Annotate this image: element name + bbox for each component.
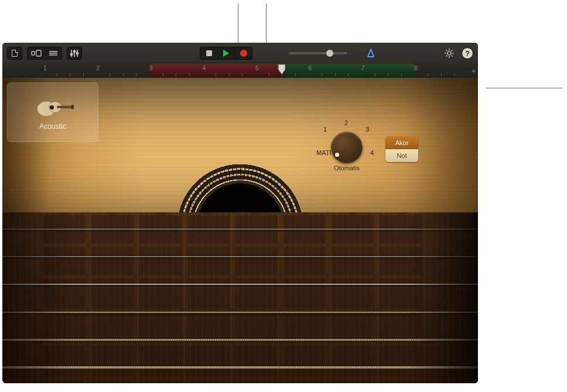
svg-point-13 xyxy=(240,50,247,57)
record-icon xyxy=(240,49,248,57)
chord-cell[interactable] xyxy=(43,380,86,383)
browser-button[interactable] xyxy=(27,47,45,60)
ruler-bar-4: 4 xyxy=(203,65,206,71)
svg-marker-12 xyxy=(223,50,229,57)
mixer-button[interactable] xyxy=(67,47,82,60)
chord-cell[interactable] xyxy=(284,380,326,383)
chord-cell[interactable] xyxy=(139,278,182,308)
chord-cell[interactable] xyxy=(187,380,230,383)
autoplay-pos-3: 3 xyxy=(366,126,369,133)
sliders-icon xyxy=(70,49,79,57)
chord-cell[interactable] xyxy=(235,215,278,243)
chord-cell[interactable] xyxy=(332,311,374,342)
ruler-bar-1: 1 xyxy=(43,65,47,71)
chord-cell[interactable] xyxy=(91,345,134,377)
chord-cell[interactable] xyxy=(235,311,278,342)
chord-strip-area: EmAmDmGCM7/EFB♭Bdim xyxy=(2,212,478,383)
ruler-bar-8: 8 xyxy=(415,65,418,71)
chord-cell[interactable] xyxy=(43,311,86,342)
chord-cell[interactable] xyxy=(284,215,326,243)
callout-record-line xyxy=(266,4,267,43)
autoplay-knob[interactable] xyxy=(331,132,363,163)
chord-cell[interactable] xyxy=(139,345,182,377)
chord-cell[interactable] xyxy=(139,380,182,383)
settings-button[interactable] xyxy=(442,47,457,60)
chord-cell[interactable] xyxy=(43,247,86,275)
stop-button[interactable] xyxy=(200,47,217,60)
gear-icon xyxy=(444,48,455,59)
chord-cell[interactable] xyxy=(91,311,134,342)
play-button[interactable] xyxy=(217,47,235,60)
chord-cell[interactable] xyxy=(91,247,134,275)
chord-cell[interactable] xyxy=(187,278,230,308)
autoplay-pos-4: 4 xyxy=(370,149,374,156)
chord-cell[interactable] xyxy=(380,380,422,383)
chord-cell[interactable] xyxy=(43,345,86,377)
chord-cell[interactable] xyxy=(284,311,326,342)
svg-point-9 xyxy=(73,50,75,52)
chord-cell[interactable] xyxy=(235,345,278,377)
autoplay-pos-1: 1 xyxy=(323,126,327,133)
metronome-button[interactable] xyxy=(363,47,378,60)
chord-cell[interactable] xyxy=(380,345,422,377)
tracks-button[interactable] xyxy=(45,47,62,60)
app-window: ? 12345678+ Acoustic MATI 1 2 3 4 xyxy=(2,43,478,383)
tracks-icon xyxy=(48,50,59,57)
chord-cell[interactable] xyxy=(332,345,374,377)
chord-cell[interactable] xyxy=(43,215,86,243)
record-button[interactable] xyxy=(235,47,252,60)
ruler-bar-6: 6 xyxy=(309,65,312,71)
mode-notes[interactable]: Not xyxy=(385,149,418,162)
chord-cell[interactable] xyxy=(235,278,278,308)
chord-column-CM7E: CM7/E xyxy=(235,212,278,383)
help-button[interactable]: ? xyxy=(462,47,473,59)
ruler[interactable]: 12345678+ xyxy=(2,64,478,78)
document-icon xyxy=(12,50,18,57)
playhead[interactable] xyxy=(278,64,286,75)
chord-cell[interactable] xyxy=(332,278,374,308)
chord-cell[interactable] xyxy=(187,247,230,275)
mode-chords[interactable]: Akor xyxy=(385,136,418,149)
chord-cell[interactable] xyxy=(187,215,230,243)
chord-cell[interactable] xyxy=(91,215,134,243)
instrument-name: Acoustic xyxy=(39,122,66,130)
mysongs-button[interactable] xyxy=(7,47,22,60)
chord-cell[interactable] xyxy=(332,215,374,243)
play-icon xyxy=(223,49,230,57)
chord-column-Dm: Dm xyxy=(139,212,182,383)
chord-cell[interactable] xyxy=(235,380,278,383)
chord-column-Am: Am xyxy=(91,212,134,383)
svg-rect-20 xyxy=(71,105,74,109)
chord-cell[interactable] xyxy=(187,311,230,342)
chord-cell[interactable] xyxy=(43,278,86,308)
stop-icon xyxy=(206,50,213,57)
instrument-selector[interactable]: Acoustic xyxy=(7,82,98,142)
autoplay-control: MATI 1 2 3 4 Otomatis xyxy=(317,123,376,171)
add-section-button[interactable]: + xyxy=(472,66,476,75)
chord-cell[interactable] xyxy=(380,278,422,308)
chord-cell[interactable] xyxy=(284,278,326,308)
chord-cell[interactable] xyxy=(139,311,182,342)
chord-column-Em: Em xyxy=(43,212,86,383)
svg-point-18 xyxy=(50,105,54,109)
chord-cell[interactable] xyxy=(91,278,134,308)
chord-cell[interactable] xyxy=(187,345,230,377)
toolbar: ? xyxy=(2,43,478,64)
chord-cell[interactable] xyxy=(380,311,422,342)
slider-knob[interactable] xyxy=(326,50,333,57)
chord-column-G: G xyxy=(187,212,230,383)
chord-cell[interactable] xyxy=(139,247,182,275)
chord-cell[interactable] xyxy=(139,215,182,243)
autoplay-pos-2: 2 xyxy=(344,119,348,126)
autoplay-label: Otomatis xyxy=(317,164,376,171)
chord-cell[interactable] xyxy=(91,380,134,383)
master-volume-slider[interactable] xyxy=(289,52,347,54)
chord-cell[interactable] xyxy=(284,247,326,275)
chord-cell[interactable] xyxy=(332,380,374,383)
chord-cell[interactable] xyxy=(235,247,278,275)
callout-ruler-line xyxy=(486,88,562,88)
chord-cell[interactable] xyxy=(332,247,374,275)
chord-cell[interactable] xyxy=(380,215,422,243)
chord-cell[interactable] xyxy=(380,247,422,275)
chord-cell[interactable] xyxy=(284,345,326,377)
